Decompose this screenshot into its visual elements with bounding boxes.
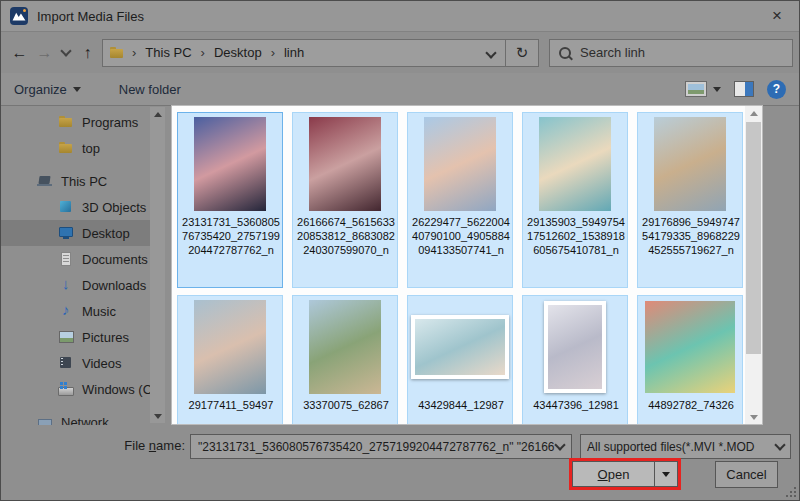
photo-thumbnail [411, 315, 509, 379]
sidebar-item-label: This PC [61, 174, 107, 189]
navigation-bar: ← → ↑ ›This PC›Desktop›linh ↻ Search lin… [1, 32, 799, 73]
address-bar[interactable]: ›This PC›Desktop›linh [102, 39, 506, 67]
scroll-up-icon[interactable] [745, 106, 762, 120]
photo-thumbnail [424, 117, 496, 211]
resize-grip-icon[interactable] [786, 487, 796, 497]
sidebar-item-music[interactable]: Music [1, 298, 151, 324]
sidebar-item-programs[interactable]: Programs [1, 109, 151, 135]
sidebar-item-label: Downloads [82, 278, 146, 293]
thumbnail-slot [411, 299, 509, 395]
new-folder-button[interactable]: New folder [119, 82, 181, 97]
sidebar-item-label: top [82, 141, 100, 156]
up-button[interactable]: ↑ [75, 40, 100, 66]
sidebar-item-network[interactable]: Network [1, 409, 151, 425]
close-button[interactable]: × [755, 1, 799, 31]
scroll-down-icon[interactable] [150, 409, 165, 423]
help-button[interactable]: ? [767, 80, 786, 99]
file-item[interactable]: 43429844_12987 [407, 295, 513, 425]
toolbar: Organize New folder ? [1, 73, 799, 106]
toolbar-right-group: ? [685, 80, 786, 99]
file-item[interactable]: 43447396_12981 [522, 295, 628, 425]
address-dropdown-button[interactable] [487, 45, 499, 60]
thumbnail-slot [411, 116, 509, 212]
file-item[interactable]: 29135903_594975417512602_153891860567541… [522, 112, 628, 288]
breadcrumb-segment-this-pc[interactable]: This PC [143, 45, 193, 60]
thumbnail-slot [181, 116, 279, 212]
sidebar-item-label: Music [82, 304, 116, 319]
title-bar: Import Media Files × [1, 1, 799, 32]
cancel-button[interactable]: Cancel [715, 461, 778, 488]
photo-thumbnail [539, 117, 611, 211]
view-mode-button[interactable] [685, 81, 721, 97]
dropdown-caret-icon [662, 472, 670, 477]
breadcrumb-segment-desktop[interactable]: Desktop [212, 45, 264, 60]
document-icon [58, 252, 74, 266]
file-item[interactable]: 29177411_59497 [177, 295, 283, 425]
organize-label: Organize [14, 82, 67, 97]
search-box[interactable]: Search linh [549, 39, 793, 67]
recent-locations-button[interactable] [57, 40, 75, 66]
sidebar-item-videos[interactable]: Videos [1, 350, 151, 376]
sidebar-item-label: Windows (C:) [82, 382, 151, 397]
file-name-value: "23131731_536080576735420_27571992044727… [198, 440, 556, 454]
folder-icon [58, 141, 74, 155]
file-item[interactable]: 26166674_561563320853812_868308224030759… [292, 112, 398, 288]
breadcrumb-separator-icon: › [270, 45, 276, 60]
dropdown-caret-icon [73, 87, 81, 92]
file-name-input[interactable]: "23131731_536080576735420_27571992044727… [190, 434, 572, 459]
import-media-files-dialog: Import Media Files × ← → ↑ ›This PC›Desk… [0, 0, 800, 501]
file-name: 23131731_536080576735420_275719920447278… [181, 215, 281, 257]
sidebar-item-label: 3D Objects [82, 200, 146, 215]
file-name: 43429844_12987 [411, 398, 511, 412]
sidebar-item-desktop[interactable]: Desktop [1, 220, 151, 246]
sidebar-item-top[interactable]: top [1, 135, 151, 161]
folder-icon [58, 115, 74, 129]
sidebar-item-documents[interactable]: Documents [1, 246, 151, 272]
scrollbar-thumb[interactable] [746, 122, 761, 354]
sidebar-tree: ProgramstopThis PC3D ObjectsDesktopDocum… [1, 105, 151, 425]
file-name-label: File name: [1, 438, 185, 453]
thumbnail-slot [296, 299, 394, 395]
back-button[interactable]: ← [7, 40, 32, 66]
chevron-down-icon [774, 439, 785, 450]
file-item[interactable]: 23131731_536080576735420_275719920447278… [177, 112, 283, 288]
chevron-down-icon [554, 439, 565, 450]
file-type-select[interactable]: All supported files(*.MVI *.MOD [580, 434, 791, 459]
download-icon [58, 278, 74, 292]
file-list-scrollbar[interactable] [745, 106, 762, 424]
photo-thumbnail [194, 300, 266, 394]
refresh-icon: ↻ [516, 44, 529, 62]
scroll-up-icon[interactable] [150, 107, 165, 121]
new-folder-label: New folder [119, 82, 181, 97]
open-dropdown-button[interactable] [655, 461, 678, 487]
file-item[interactable]: 44892782_74326 [637, 295, 743, 425]
sidebar-item-label: Pictures [82, 330, 129, 345]
sidebar-item-pictures[interactable]: Pictures [1, 324, 151, 350]
sidebar-item-3d-objects[interactable]: 3D Objects [1, 194, 151, 220]
forward-icon: → [37, 44, 53, 62]
preview-pane-button[interactable] [734, 81, 754, 97]
thumbnail-slot [296, 116, 394, 212]
computer-icon [37, 174, 53, 188]
refresh-button[interactable]: ↻ [505, 39, 539, 67]
forward-button[interactable]: → [32, 40, 57, 66]
file-item[interactable]: 29176896_594974754179335_896822945255571… [637, 112, 743, 288]
breadcrumb-segment-linh[interactable]: linh [282, 45, 306, 60]
scroll-down-icon[interactable] [745, 410, 762, 424]
sidebar-item-label: Desktop [82, 226, 130, 241]
thumbnails-view-icon [685, 81, 707, 97]
sidebar-item-this-pc[interactable]: This PC [1, 168, 151, 194]
breadcrumb-separator-icon: › [131, 45, 137, 60]
file-name: 29135903_594975417512602_153891860567541… [526, 215, 626, 257]
file-type-value: All supported files(*.MVI *.MOD [587, 440, 776, 454]
file-item[interactable]: 33370075_62867 [292, 295, 398, 425]
organize-button[interactable]: Organize [14, 82, 81, 97]
photo-thumbnail [544, 301, 606, 393]
sidebar-item-windows-c[interactable]: Windows (C:) [1, 376, 151, 402]
file-item[interactable]: 26229477_562200440790100_490588409413350… [407, 112, 513, 288]
sidebar-scrollbar[interactable] [150, 107, 165, 423]
photo-thumbnail [194, 117, 266, 211]
sidebar-item-downloads[interactable]: Downloads [1, 272, 151, 298]
photo-thumbnail [645, 301, 735, 393]
open-button[interactable]: Open [572, 461, 655, 487]
